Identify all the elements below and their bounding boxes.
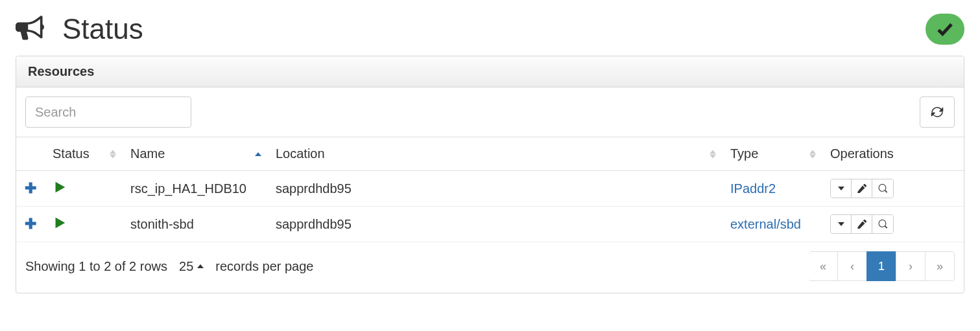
column-location-label: Location	[276, 146, 325, 161]
caret-up-icon	[197, 264, 204, 268]
resources-table: Status Name Location Type	[16, 137, 964, 242]
check-icon	[935, 19, 955, 39]
page-last-button[interactable]: »	[925, 251, 955, 281]
cell-name: stonith-sbd	[123, 207, 268, 242]
page-prev-button[interactable]: ‹	[837, 251, 867, 281]
magnify-icon	[878, 220, 887, 229]
row-actions	[830, 214, 894, 234]
caret-down-icon	[838, 187, 844, 190]
column-operations-label: Operations	[830, 146, 894, 161]
sort-icon	[110, 150, 116, 158]
bullhorn-icon	[16, 14, 44, 45]
row-detail-button[interactable]	[872, 179, 893, 198]
page-number-button[interactable]: 1	[866, 251, 896, 281]
column-type-label: Type	[730, 146, 758, 161]
page-size-selector[interactable]: 25	[179, 259, 204, 274]
table-row: ✚ rsc_ip_HA1_HDB10 sapprdhdb95 IPaddr2	[16, 171, 964, 207]
pagination: « ‹ 1 › »	[809, 251, 955, 281]
refresh-button[interactable]	[920, 97, 955, 128]
page-first-button[interactable]: «	[809, 251, 838, 281]
row-detail-button[interactable]	[872, 215, 893, 233]
pencil-icon	[857, 220, 866, 229]
column-status[interactable]: Status	[45, 137, 123, 171]
column-name[interactable]: Name	[123, 137, 268, 171]
row-edit-button[interactable]	[852, 215, 872, 233]
records-label: records per page	[215, 259, 313, 274]
cluster-status-ok-badge	[926, 14, 964, 45]
page-size-value: 25	[179, 259, 193, 274]
row-actions	[830, 179, 894, 198]
showing-text: Showing 1 to 2 of 2 rows	[25, 259, 167, 274]
refresh-icon	[931, 106, 944, 119]
pencil-icon	[857, 184, 866, 193]
svg-marker-0	[56, 181, 66, 192]
column-type[interactable]: Type	[723, 137, 822, 171]
row-menu-button[interactable]	[831, 215, 852, 233]
page-next-button[interactable]: ›	[896, 251, 926, 281]
magnify-icon	[878, 184, 887, 193]
search-input[interactable]	[25, 97, 191, 128]
sort-asc-icon	[255, 152, 261, 156]
svg-marker-1	[56, 217, 66, 228]
column-operations: Operations	[822, 137, 964, 171]
row-edit-button[interactable]	[852, 179, 872, 198]
panel-heading: Resources	[16, 56, 964, 87]
type-link[interactable]: IPaddr2	[730, 181, 776, 196]
expand-row-button[interactable]: ✚	[25, 216, 36, 232]
sort-icon	[710, 150, 716, 158]
resources-panel: Resources Status Name	[16, 56, 964, 293]
cell-location: sapprdhdb95	[268, 171, 723, 207]
column-location[interactable]: Location	[268, 137, 723, 171]
expand-row-button[interactable]: ✚	[25, 180, 36, 196]
sort-icon	[809, 150, 816, 158]
table-row: ✚ stonith-sbd sapprdhdb95 external/sbd	[16, 207, 964, 242]
column-name-label: Name	[130, 146, 165, 161]
column-expand	[16, 137, 45, 171]
column-status-label: Status	[53, 146, 90, 161]
caret-down-icon	[838, 222, 844, 226]
page-title: Status	[62, 13, 143, 45]
cell-location: sapprdhdb95	[268, 207, 723, 242]
row-menu-button[interactable]	[831, 179, 852, 198]
status-running-icon	[53, 183, 67, 197]
cell-name: rsc_ip_HA1_HDB10	[123, 171, 268, 207]
type-link[interactable]: external/sbd	[730, 217, 801, 231]
status-running-icon	[53, 218, 67, 233]
